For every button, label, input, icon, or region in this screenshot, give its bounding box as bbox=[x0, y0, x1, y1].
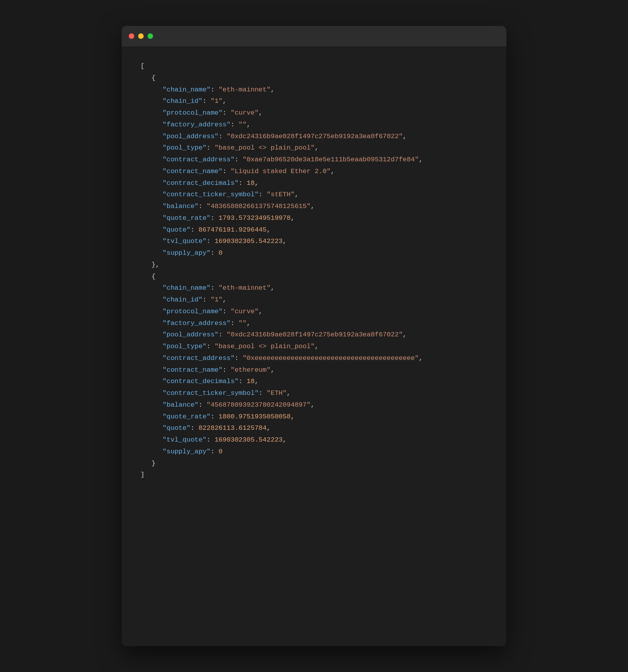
field-chain-id-1: "chain_id": "1", bbox=[141, 95, 487, 107]
field-ticker-symbol-1: "contract_ticker_symbol": "stETH", bbox=[141, 189, 487, 201]
object-2-close: } bbox=[141, 458, 487, 469]
field-protocol-name-1: "protocol_name": "curve", bbox=[141, 107, 487, 119]
field-pool-type-1: "pool_type": "base_pool <> plain_pool", bbox=[141, 142, 487, 154]
field-protocol-name-2: "protocol_name": "curve", bbox=[141, 306, 487, 318]
field-balance-1: "balance": "483658082661375748125615", bbox=[141, 201, 487, 212]
object-1-open: { bbox=[141, 72, 487, 84]
field-tvl-quote-2: "tvl_quote": 1690302305.542223, bbox=[141, 434, 487, 446]
field-contract-address-1: "contract_address": "0xae7ab96520de3a18e… bbox=[141, 154, 487, 166]
field-contract-decimals-1: "contract_decimals": 18, bbox=[141, 177, 487, 189]
array-open: [ bbox=[141, 60, 487, 72]
field-pool-address-2: "pool_address": "0xdc24316b9ae028f1497c2… bbox=[141, 329, 487, 341]
object-1-close: }, bbox=[141, 259, 487, 271]
field-ticker-symbol-2: "contract_ticker_symbol": "ETH", bbox=[141, 387, 487, 399]
close-button[interactable] bbox=[129, 33, 134, 39]
window: [ { "chain_name": "eth-mainnet", "chain_… bbox=[122, 26, 506, 646]
code-area: [ { "chain_name": "eth-mainnet", "chain_… bbox=[122, 46, 506, 495]
field-contract-name-1: "contract_name": "Liquid staked Ether 2.… bbox=[141, 166, 487, 177]
field-quote-rate-2: "quote_rate": 1800.9751935050058, bbox=[141, 411, 487, 423]
field-pool-address-1: "pool_address": "0xdc24316b9ae028f1497c2… bbox=[141, 131, 487, 142]
field-factory-address-1: "factory_address": "", bbox=[141, 119, 487, 131]
field-chain-id-2: "chain_id": "1", bbox=[141, 294, 487, 306]
field-factory-address-2: "factory_address": "", bbox=[141, 318, 487, 329]
maximize-button[interactable] bbox=[148, 33, 153, 39]
field-tvl-quote-1: "tvl_quote": 1690302305.542223, bbox=[141, 236, 487, 247]
title-bar bbox=[122, 26, 506, 46]
field-chain-name-1: "chain_name": "eth-mainnet", bbox=[141, 84, 487, 96]
field-balance-2: "balance": "456878093923780242094897", bbox=[141, 399, 487, 411]
field-chain-name-2: "chain_name": "eth-mainnet", bbox=[141, 282, 487, 294]
field-supply-apy-1: "supply_apy": 0 bbox=[141, 247, 487, 259]
field-contract-name-2: "contract_name": "ethereum", bbox=[141, 364, 487, 376]
array-close: ] bbox=[141, 469, 487, 481]
field-contract-decimals-2: "contract_decimals": 18, bbox=[141, 376, 487, 387]
minimize-button[interactable] bbox=[138, 33, 144, 39]
field-supply-apy-2: "supply_apy": 0 bbox=[141, 446, 487, 458]
field-quote-rate-1: "quote_rate": 1793.5732349519978, bbox=[141, 212, 487, 224]
field-quote-1: "quote": 867476191.9296445, bbox=[141, 224, 487, 236]
field-pool-type-2: "pool_type": "base_pool <> plain_pool", bbox=[141, 341, 487, 352]
object-2-open: { bbox=[141, 271, 487, 283]
field-quote-2: "quote": 822826113.6125784, bbox=[141, 422, 487, 434]
field-contract-address-2: "contract_address": "0xeeeeeeeeeeeeeeeee… bbox=[141, 352, 487, 364]
